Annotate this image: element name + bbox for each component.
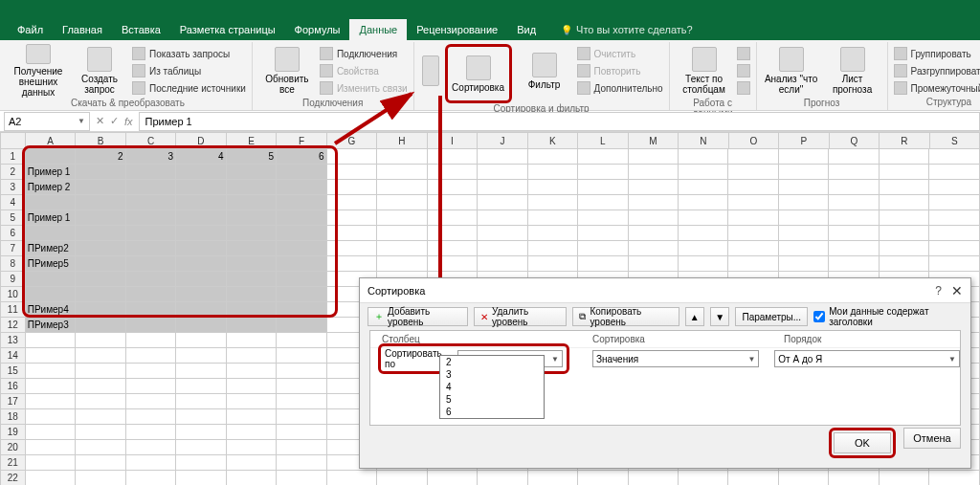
cell[interactable]	[578, 180, 628, 195]
row-header[interactable]: 6	[0, 226, 26, 241]
cell[interactable]	[76, 180, 125, 195]
cell[interactable]	[227, 272, 277, 287]
cell[interactable]	[880, 256, 929, 272]
cell[interactable]	[478, 241, 527, 256]
move-up-button[interactable]: ▲	[685, 307, 704, 326]
cell[interactable]	[679, 149, 728, 165]
clear-filter-button[interactable]: Очистить	[577, 46, 663, 61]
cell[interactable]	[76, 195, 125, 210]
subtotal-button[interactable]: Промежуточный итог	[894, 80, 980, 96]
advanced-filter-button[interactable]: Дополнительно	[577, 80, 663, 96]
cell[interactable]	[76, 272, 125, 287]
show-queries-button[interactable]: Показать запросы	[132, 46, 246, 61]
column-header[interactable]: H	[377, 132, 427, 149]
row-header[interactable]: 15	[0, 364, 26, 379]
cell[interactable]	[277, 302, 326, 318]
cell[interactable]	[126, 210, 176, 226]
cell[interactable]	[277, 364, 326, 379]
cell[interactable]	[176, 471, 226, 485]
headers-checkbox[interactable]: Мои данные содержат заголовки	[813, 306, 963, 327]
cell[interactable]	[779, 165, 829, 180]
cell[interactable]	[578, 149, 628, 165]
cell[interactable]: 5	[227, 149, 277, 165]
cell[interactable]	[227, 287, 277, 302]
cell[interactable]	[227, 210, 277, 226]
cell[interactable]	[377, 195, 427, 210]
cell[interactable]	[528, 256, 578, 272]
recent-sources-button[interactable]: Последние источники	[132, 80, 246, 96]
group-rows-button[interactable]: Группировать	[894, 46, 980, 61]
cell[interactable]	[26, 455, 76, 471]
cell[interactable]	[227, 333, 277, 348]
cell[interactable]	[76, 409, 125, 425]
ungroup-rows-button[interactable]: Разгруппировать	[894, 63, 980, 78]
cell[interactable]	[779, 195, 829, 210]
column-header[interactable]: S	[930, 132, 980, 149]
what-if-button[interactable]: Анализ "что если"	[763, 44, 820, 98]
cell[interactable]	[176, 302, 226, 318]
cell[interactable]	[728, 210, 778, 226]
dropdown-option[interactable]: 6	[440, 406, 544, 418]
cell[interactable]	[126, 302, 176, 318]
cell[interactable]	[26, 471, 76, 485]
cell[interactable]	[728, 195, 778, 210]
cell[interactable]	[880, 241, 929, 256]
close-icon[interactable]: ✕	[951, 283, 963, 298]
cell[interactable]	[829, 210, 879, 226]
row-header[interactable]: 2	[0, 165, 26, 180]
cell[interactable]	[277, 409, 326, 425]
cell[interactable]	[327, 165, 377, 180]
column-header[interactable]: D	[176, 132, 226, 149]
cell[interactable]	[176, 195, 226, 210]
cell[interactable]: ПРимер4	[26, 302, 76, 318]
cell[interactable]	[176, 379, 226, 394]
cell[interactable]	[428, 226, 478, 241]
cell[interactable]	[478, 471, 527, 485]
cell[interactable]	[829, 241, 879, 256]
data-validation-button[interactable]	[737, 80, 750, 96]
help-icon[interactable]: ?	[935, 284, 942, 298]
cell[interactable]	[728, 226, 778, 241]
row-header[interactable]: 14	[0, 348, 26, 364]
column-header[interactable]: E	[227, 132, 277, 149]
cell[interactable]	[176, 210, 226, 226]
row-header[interactable]: 20	[0, 440, 26, 455]
cell[interactable]	[26, 348, 76, 364]
cell[interactable]	[76, 210, 125, 226]
row-header[interactable]: 12	[0, 318, 26, 333]
refresh-all-button[interactable]: Обновить все	[258, 44, 316, 98]
cell[interactable]	[277, 210, 326, 226]
filter-button[interactable]: Фильтр	[516, 44, 573, 98]
cell[interactable]	[629, 210, 679, 226]
delete-level-button[interactable]: ✕Удалить уровень	[474, 307, 568, 326]
cell[interactable]	[176, 226, 226, 241]
cell[interactable]	[76, 226, 125, 241]
cell[interactable]	[227, 364, 277, 379]
cell[interactable]	[26, 425, 76, 440]
cell[interactable]	[176, 409, 226, 425]
cell[interactable]	[478, 210, 527, 226]
cell[interactable]	[829, 471, 879, 485]
cell[interactable]	[327, 195, 377, 210]
cell[interactable]	[76, 471, 125, 485]
cell[interactable]	[126, 195, 176, 210]
row-header[interactable]: 13	[0, 333, 26, 348]
cell[interactable]	[679, 195, 728, 210]
column-header[interactable]: A	[26, 132, 76, 149]
row-header[interactable]: 21	[0, 455, 26, 471]
cell[interactable]	[528, 241, 578, 256]
cell[interactable]	[377, 226, 427, 241]
row-header[interactable]: 1	[0, 149, 26, 165]
cell[interactable]	[880, 195, 929, 210]
cell[interactable]	[76, 302, 125, 318]
cell[interactable]	[126, 241, 176, 256]
cell[interactable]	[679, 471, 728, 485]
column-header[interactable]: M	[629, 132, 679, 149]
tab-view[interactable]: Вид	[507, 19, 546, 40]
cell[interactable]	[126, 348, 176, 364]
cell[interactable]	[478, 165, 527, 180]
row-header[interactable]: 7	[0, 241, 26, 256]
cell[interactable]	[629, 471, 679, 485]
cell[interactable]	[779, 180, 829, 195]
cell[interactable]	[126, 180, 176, 195]
